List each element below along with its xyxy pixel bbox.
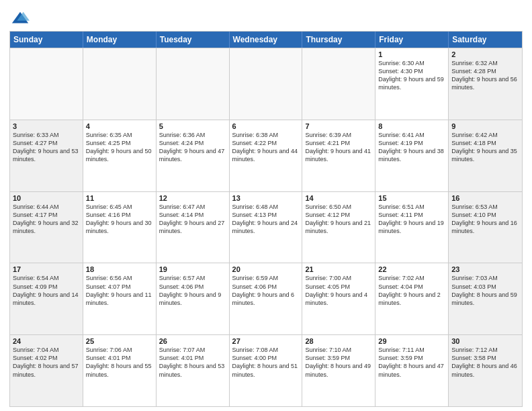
table-row: 9Sunrise: 6:42 AMSunset: 4:18 PMDaylight… xyxy=(449,120,522,191)
table-row: 12Sunrise: 6:47 AMSunset: 4:14 PMDayligh… xyxy=(157,192,230,263)
calendar: SundayMondayTuesdayWednesdayThursdayFrid… xyxy=(9,31,523,407)
day-info: Sunrise: 6:47 AMSunset: 4:14 PMDaylight:… xyxy=(159,203,226,236)
day-number: 6 xyxy=(232,122,300,130)
day-info: Sunrise: 7:08 AMSunset: 4:00 PMDaylight:… xyxy=(232,346,300,379)
day-info: Sunrise: 6:44 AMSunset: 4:17 PMDaylight:… xyxy=(13,203,80,236)
table-row xyxy=(10,48,83,120)
day-info: Sunrise: 6:57 AMSunset: 4:06 PMDaylight:… xyxy=(159,274,226,307)
day-header-sunday: Sunday xyxy=(10,32,83,48)
week-row-3: 10Sunrise: 6:44 AMSunset: 4:17 PMDayligh… xyxy=(10,191,522,263)
table-row: 15Sunrise: 6:51 AMSunset: 4:11 PMDayligh… xyxy=(375,192,449,263)
day-info: Sunrise: 7:11 AMSunset: 3:59 PMDaylight:… xyxy=(378,346,445,379)
day-info: Sunrise: 6:35 AMSunset: 4:25 PMDaylight:… xyxy=(86,131,153,164)
table-row: 8Sunrise: 6:41 AMSunset: 4:19 PMDaylight… xyxy=(375,120,449,191)
day-number: 29 xyxy=(378,337,445,345)
day-info: Sunrise: 6:54 AMSunset: 4:09 PMDaylight:… xyxy=(13,274,80,307)
day-info: Sunrise: 6:36 AMSunset: 4:24 PMDaylight:… xyxy=(159,131,226,164)
table-row: 30Sunrise: 7:12 AMSunset: 3:58 PMDayligh… xyxy=(449,335,522,406)
day-number: 27 xyxy=(232,337,300,345)
day-number: 28 xyxy=(305,337,372,345)
day-number: 1 xyxy=(378,50,445,58)
day-info: Sunrise: 7:03 AMSunset: 4:03 PMDaylight:… xyxy=(451,274,519,307)
day-info: Sunrise: 6:45 AMSunset: 4:16 PMDaylight:… xyxy=(86,203,153,236)
day-number: 21 xyxy=(305,265,372,273)
day-number: 5 xyxy=(159,122,226,130)
table-row: 10Sunrise: 6:44 AMSunset: 4:17 PMDayligh… xyxy=(10,192,83,263)
week-row-2: 3Sunrise: 6:33 AMSunset: 4:27 PMDaylight… xyxy=(10,120,522,191)
page: SundayMondayTuesdayWednesdayThursdayFrid… xyxy=(0,0,532,411)
week-row-1: 1Sunrise: 6:30 AMSunset: 4:30 PMDaylight… xyxy=(10,48,522,120)
day-number: 11 xyxy=(86,194,153,202)
day-info: Sunrise: 6:33 AMSunset: 4:27 PMDaylight:… xyxy=(13,131,80,164)
calendar-body: 1Sunrise: 6:30 AMSunset: 4:30 PMDaylight… xyxy=(10,48,522,406)
table-row: 29Sunrise: 7:11 AMSunset: 3:59 PMDayligh… xyxy=(375,335,449,406)
day-number: 19 xyxy=(159,265,226,273)
day-header-saturday: Saturday xyxy=(449,32,522,48)
table-row: 27Sunrise: 7:08 AMSunset: 4:00 PMDayligh… xyxy=(230,335,303,406)
day-number: 17 xyxy=(13,265,80,273)
day-number: 4 xyxy=(86,122,153,130)
table-row xyxy=(83,48,157,120)
table-row: 7Sunrise: 6:39 AMSunset: 4:21 PMDaylight… xyxy=(302,120,375,191)
day-number: 23 xyxy=(451,265,519,273)
day-number: 24 xyxy=(13,337,80,345)
table-row: 13Sunrise: 6:48 AMSunset: 4:13 PMDayligh… xyxy=(230,192,303,263)
day-info: Sunrise: 6:39 AMSunset: 4:21 PMDaylight:… xyxy=(305,131,372,164)
table-row: 26Sunrise: 7:07 AMSunset: 4:01 PMDayligh… xyxy=(157,335,230,406)
day-info: Sunrise: 7:06 AMSunset: 4:01 PMDaylight:… xyxy=(86,346,153,379)
day-info: Sunrise: 6:30 AMSunset: 4:30 PMDaylight:… xyxy=(378,59,445,92)
header xyxy=(9,7,523,28)
table-row xyxy=(157,48,230,120)
table-row: 22Sunrise: 7:02 AMSunset: 4:04 PMDayligh… xyxy=(375,263,449,334)
day-info: Sunrise: 6:48 AMSunset: 4:13 PMDaylight:… xyxy=(232,203,300,236)
day-info: Sunrise: 7:07 AMSunset: 4:01 PMDaylight:… xyxy=(159,346,226,379)
week-row-5: 24Sunrise: 7:04 AMSunset: 4:02 PMDayligh… xyxy=(10,334,522,406)
table-row: 21Sunrise: 7:00 AMSunset: 4:05 PMDayligh… xyxy=(302,263,375,334)
day-header-tuesday: Tuesday xyxy=(157,32,230,48)
day-number: 30 xyxy=(451,337,519,345)
table-row: 17Sunrise: 6:54 AMSunset: 4:09 PMDayligh… xyxy=(10,263,83,334)
day-info: Sunrise: 7:00 AMSunset: 4:05 PMDaylight:… xyxy=(305,274,372,307)
day-number: 18 xyxy=(86,265,153,273)
table-row: 24Sunrise: 7:04 AMSunset: 4:02 PMDayligh… xyxy=(10,335,83,406)
day-number: 3 xyxy=(13,122,80,130)
day-info: Sunrise: 7:12 AMSunset: 3:58 PMDaylight:… xyxy=(451,346,519,379)
logo-icon xyxy=(11,9,30,28)
table-row: 4Sunrise: 6:35 AMSunset: 4:25 PMDaylight… xyxy=(83,120,157,191)
table-row: 20Sunrise: 6:59 AMSunset: 4:06 PMDayligh… xyxy=(230,263,303,334)
day-number: 2 xyxy=(451,50,519,58)
table-row: 11Sunrise: 6:45 AMSunset: 4:16 PMDayligh… xyxy=(83,192,157,263)
table-row: 16Sunrise: 6:53 AMSunset: 4:10 PMDayligh… xyxy=(449,192,522,263)
table-row: 19Sunrise: 6:57 AMSunset: 4:06 PMDayligh… xyxy=(157,263,230,334)
day-header-thursday: Thursday xyxy=(302,32,375,48)
table-row: 14Sunrise: 6:50 AMSunset: 4:12 PMDayligh… xyxy=(302,192,375,263)
day-info: Sunrise: 6:38 AMSunset: 4:22 PMDaylight:… xyxy=(232,131,300,164)
table-row: 28Sunrise: 7:10 AMSunset: 3:59 PMDayligh… xyxy=(302,335,375,406)
table-row: 5Sunrise: 6:36 AMSunset: 4:24 PMDaylight… xyxy=(157,120,230,191)
calendar-header: SundayMondayTuesdayWednesdayThursdayFrid… xyxy=(10,32,522,48)
day-number: 15 xyxy=(378,194,445,202)
table-row: 2Sunrise: 6:32 AMSunset: 4:28 PMDaylight… xyxy=(449,48,522,120)
day-number: 10 xyxy=(13,194,80,202)
day-info: Sunrise: 6:32 AMSunset: 4:28 PMDaylight:… xyxy=(451,59,519,92)
day-info: Sunrise: 6:42 AMSunset: 4:18 PMDaylight:… xyxy=(451,131,519,164)
day-info: Sunrise: 6:56 AMSunset: 4:07 PMDaylight:… xyxy=(86,274,153,307)
table-row xyxy=(230,48,303,120)
day-info: Sunrise: 7:10 AMSunset: 3:59 PMDaylight:… xyxy=(305,346,372,379)
day-info: Sunrise: 7:02 AMSunset: 4:04 PMDaylight:… xyxy=(378,274,445,307)
table-row: 6Sunrise: 6:38 AMSunset: 4:22 PMDaylight… xyxy=(230,120,303,191)
day-number: 16 xyxy=(451,194,519,202)
day-header-wednesday: Wednesday xyxy=(230,32,303,48)
day-info: Sunrise: 6:41 AMSunset: 4:19 PMDaylight:… xyxy=(378,131,445,164)
day-number: 7 xyxy=(305,122,372,130)
day-number: 22 xyxy=(378,265,445,273)
day-number: 8 xyxy=(378,122,445,130)
day-number: 20 xyxy=(232,265,300,273)
day-info: Sunrise: 6:59 AMSunset: 4:06 PMDaylight:… xyxy=(232,274,300,307)
day-number: 14 xyxy=(305,194,372,202)
day-number: 12 xyxy=(159,194,226,202)
table-row: 25Sunrise: 7:06 AMSunset: 4:01 PMDayligh… xyxy=(83,335,157,406)
week-row-4: 17Sunrise: 6:54 AMSunset: 4:09 PMDayligh… xyxy=(10,263,522,334)
table-row xyxy=(302,48,375,120)
day-header-monday: Monday xyxy=(83,32,157,48)
